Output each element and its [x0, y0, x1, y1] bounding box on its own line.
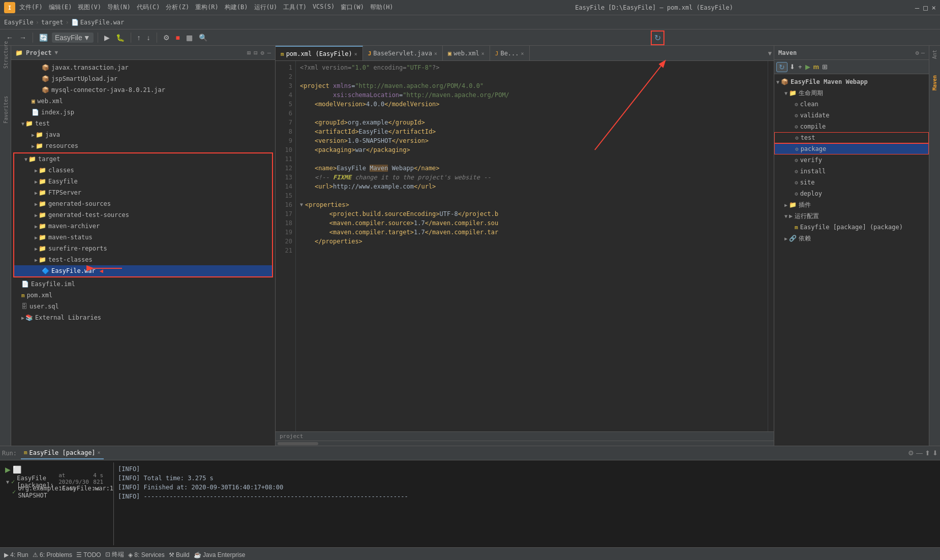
tree-item-easyfile-folder[interactable]: ▶ 📁 Easyfile — [14, 176, 272, 187]
maven-m-btn[interactable]: m — [812, 62, 821, 72]
breadcrumb-item-target[interactable]: target — [41, 19, 63, 26]
maven-refresh-button[interactable]: ↻ — [652, 32, 663, 44]
tab-pomxml[interactable]: m pom.xml (EasyFile) × — [276, 46, 363, 61]
bottom-tab-close[interactable]: × — [98, 450, 101, 455]
maven-phase-install[interactable]: ⚙ install — [774, 166, 929, 177]
maven-minimize-icon[interactable]: — — [921, 49, 925, 56]
tree-item-usersql[interactable]: 🗄 user.sql — [11, 301, 275, 312]
maven-phase-site[interactable]: ⚙ site — [774, 177, 929, 188]
collapse-all-icon[interactable]: ⊟ — [254, 49, 257, 56]
run-tool-button[interactable]: ▶ 4: Run — [4, 551, 28, 558]
maven-refresh-btn[interactable]: ↻ — [776, 62, 787, 72]
horizontal-scrollbar[interactable] — [276, 441, 774, 446]
menu-view[interactable]: 视图(V) — [78, 3, 101, 12]
debug-button[interactable]: 🐛 — [114, 33, 127, 43]
maven-add-btn[interactable]: + — [797, 62, 803, 72]
maven-side-icon[interactable]: Maven — [931, 73, 938, 92]
bottom-scroll-top-btn[interactable]: ⬆ — [925, 449, 930, 457]
tree-item-gen-sources[interactable]: ▶ 📁 generated-sources — [14, 198, 272, 209]
maven-phase-compile[interactable]: ⚙ compile — [774, 121, 929, 132]
tree-item-indexjsp[interactable]: 📄 index.jsp — [11, 107, 275, 118]
menu-run[interactable]: 运行(U) — [254, 3, 278, 12]
run-play-button[interactable]: ▶ — [5, 465, 11, 474]
bottom-settings-btn[interactable]: ⚙ — [908, 449, 914, 457]
menu-code[interactable]: 代码(C) — [137, 3, 160, 12]
ant-icon[interactable]: Ant — [931, 48, 938, 61]
services-button[interactable]: ◈ 8: Services — [128, 551, 165, 558]
expand-all-icon[interactable]: ⊞ — [247, 49, 251, 56]
tree-item-classes[interactable]: ▶ 📁 classes — [14, 165, 272, 176]
menu-help[interactable]: 帮助(H) — [370, 3, 393, 12]
settings-button[interactable]: ⚙ — [161, 33, 172, 43]
tree-item-mysql-jar[interactable]: 📦 mysql-connector-java-8.0.21.jar — [11, 84, 275, 96]
run-config-button[interactable]: ▶ — [102, 33, 112, 43]
tree-item-jsp-jar[interactable]: 📦 jspSmartUpload.jar — [11, 73, 275, 84]
maven-phase-verify[interactable]: ⚙ verify — [774, 154, 929, 166]
tree-item-surefire[interactable]: ▶ 📁 surefire-reports — [14, 243, 272, 254]
tree-item-java[interactable]: ▶ 📁 java — [11, 129, 275, 140]
menu-refactor[interactable]: 重构(R) — [195, 3, 219, 12]
tab-overflow-button[interactable]: ▼ — [766, 46, 774, 60]
tree-item-easyfile-iml[interactable]: 📄 Easyfile.iml — [11, 278, 275, 290]
stop-button[interactable]: ■ — [174, 33, 182, 43]
maven-deps-item[interactable]: ▶ 🔗 依赖 — [774, 233, 929, 244]
breadcrumb-item-war[interactable]: 📄 EasyFile.war — [71, 19, 125, 26]
maven-phase-package[interactable]: ⚙ package — [774, 143, 929, 154]
project-dropdown[interactable]: EasyFile ▼ — [52, 33, 94, 43]
scrollbar-thumb[interactable] — [278, 442, 318, 445]
menu-nav[interactable]: 导航(N) — [107, 3, 131, 12]
tab-close-button[interactable]: × — [354, 51, 357, 57]
menu-edit[interactable]: 编辑(E) — [49, 3, 72, 12]
git-update-button[interactable]: ↑ — [135, 33, 143, 43]
tab-close-button-4[interactable]: × — [521, 51, 524, 56]
bottom-minimize-btn[interactable]: — — [916, 449, 923, 457]
code-lines[interactable]: <?xml version="1.0" encoding="UTF-8"?> <… — [296, 61, 768, 431]
menu-build[interactable]: 构建(B) — [225, 3, 248, 12]
search-everywhere-button[interactable]: 🔍 — [197, 33, 209, 43]
maven-settings-icon[interactable]: ⚙ — [916, 49, 919, 56]
sync-button[interactable]: 🔄 — [37, 33, 50, 43]
maven-run-config-easyfile[interactable]: m Easyfile [package] (package) — [774, 222, 929, 233]
run-tree-item-child[interactable]: ✓ org.example:EasyFile:war:1.0-SNAPSHOT … — [4, 487, 111, 497]
window-controls[interactable]: — □ × — [915, 4, 936, 12]
tree-item-maven-archiver[interactable]: ▶ 📁 maven-archiver — [14, 221, 272, 232]
tab-baseservlet[interactable]: J BaseServlet.java × — [363, 46, 443, 61]
tree-item-maven-status[interactable]: ▶ 📁 maven-status — [14, 232, 272, 243]
menu-tools[interactable]: 工具(T) — [283, 3, 307, 12]
menu-vcs[interactable]: VCS(S) — [313, 3, 335, 12]
favorites-icon[interactable]: Favorites — [1, 105, 11, 115]
tree-item-test[interactable]: ▼ 📁 test — [11, 118, 275, 129]
layout-button[interactable]: ▦ — [184, 33, 195, 43]
run-stop-button[interactable]: ⬜ — [13, 465, 21, 474]
tree-item-easyfile-war[interactable]: 🔷 EasyFile.war ◀ — [14, 265, 272, 276]
tab-webxml[interactable]: ▣ web.xml × — [443, 46, 490, 61]
maven-run-btn[interactable]: ▶ — [804, 62, 811, 72]
tab-close-button-2[interactable]: × — [434, 51, 437, 56]
tab-be[interactable]: J Be... × — [490, 46, 530, 61]
todo-button[interactable]: ☰ TODO — [76, 551, 101, 558]
tree-item-resources[interactable]: ▶ 📁 resources — [11, 140, 275, 151]
tree-item-external-libs[interactable]: ▶ 📚 External Libraries — [11, 312, 275, 323]
tab-close-button-3[interactable]: × — [481, 51, 484, 56]
terminal-button[interactable]: ⊡ 终端 — [105, 550, 124, 559]
java-enterprise-button[interactable]: ☕ Java Enterprise — [194, 551, 246, 558]
breadcrumb-item-easyfile[interactable]: EasyFile — [4, 19, 34, 26]
maven-phase-clean[interactable]: ⚙ clean — [774, 99, 929, 110]
maximize-button[interactable]: □ — [923, 4, 927, 12]
hide-panel-icon[interactable]: — — [267, 49, 271, 56]
project-dropdown-arrow[interactable]: ▼ — [55, 49, 58, 56]
build-button[interactable]: ⚒ Build — [169, 551, 190, 558]
minimize-button[interactable]: — — [915, 4, 919, 12]
code-editor[interactable]: 1 2 3 4 5 6 7 8 9 10 11 12 13 14 15 16 1… — [276, 61, 774, 431]
menu-bar[interactable]: 文件(F) 编辑(E) 视图(V) 导航(N) 代码(C) 分析(Z) 重构(R… — [19, 3, 393, 12]
git-push-button[interactable]: ↓ — [145, 33, 153, 43]
problems-button[interactable]: ⚠ 6: Problems — [33, 551, 72, 558]
bottom-scroll-bottom-btn[interactable]: ⬇ — [932, 449, 938, 457]
gear-icon[interactable]: ⚙ — [261, 49, 264, 56]
maven-run-configs-item[interactable]: ▼ ▶ 运行配置 — [774, 210, 929, 222]
tree-item-webxml[interactable]: ▣ web.xml — [11, 96, 275, 107]
bottom-tab-package[interactable]: m EasyFile [package] × — [21, 447, 104, 459]
maven-download-btn[interactable]: ⬇ — [789, 62, 796, 72]
tree-item-javax-jar[interactable]: 📦 javax.transaction.jar — [11, 62, 275, 73]
menu-file[interactable]: 文件(F) — [19, 3, 43, 12]
